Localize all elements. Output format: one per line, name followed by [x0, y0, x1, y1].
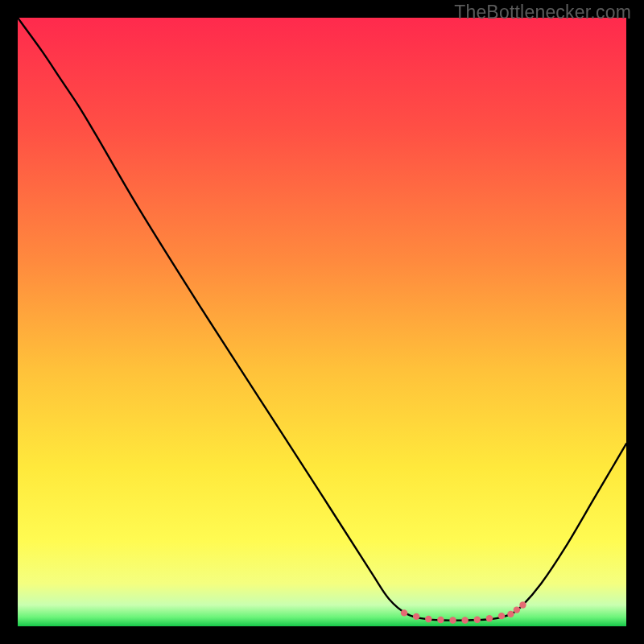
chart-canvas: [18, 18, 626, 626]
highlight-dot: [498, 613, 505, 619]
highlight-dot: [461, 617, 468, 623]
highlight-dot: [519, 601, 526, 608]
highlight-dot: [486, 615, 493, 621]
highlight-dot: [474, 616, 481, 622]
highlight-dot: [449, 617, 456, 623]
highlight-dot: [514, 606, 520, 613]
highlight-dot: [425, 616, 431, 622]
highlight-dot: [401, 609, 407, 616]
watermark-text: TheBottlenecker.com: [454, 2, 631, 23]
highlight-dot: [413, 613, 419, 620]
highlight-dot: [437, 617, 444, 623]
highlight-dot: [507, 611, 514, 617]
gradient-background: [18, 18, 626, 626]
